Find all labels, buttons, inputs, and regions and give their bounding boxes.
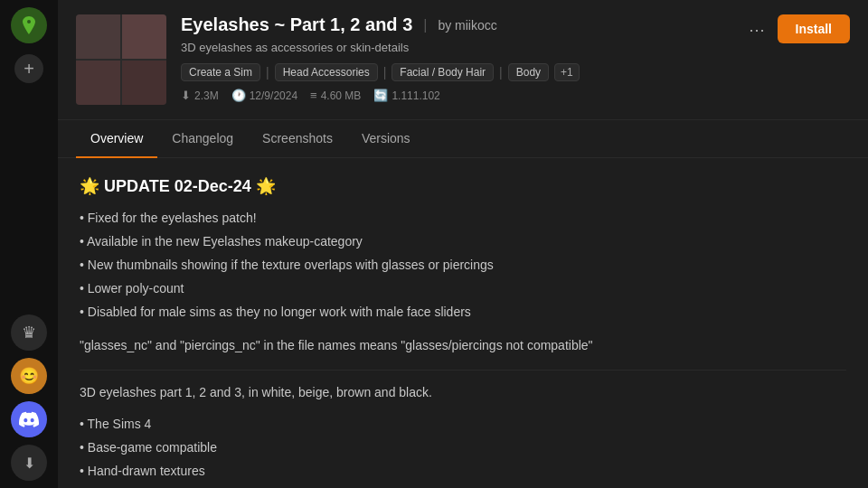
add-button[interactable]: +	[14, 54, 43, 83]
version-value: 1.111.102	[392, 89, 439, 102]
version-icon: 🔄	[373, 89, 388, 102]
feature-bullets: The Sims 4 Base-game compatible Hand-dra…	[80, 415, 846, 481]
tag-create-a-sim[interactable]: Create a Sim	[181, 63, 260, 81]
discord-icon[interactable]	[11, 401, 47, 437]
stat-size: ≡ 4.60 MB	[310, 89, 361, 102]
tabs: Overview Changelog Screenshots Versions	[58, 120, 868, 158]
update-title: 🌟 UPDATE 02-Dec-24 🌟	[80, 176, 846, 196]
mod-tags: Create a Sim | Head Accessories | Facial…	[181, 63, 729, 81]
tag-sep-3: |	[499, 65, 503, 80]
tag-body[interactable]: Body	[508, 63, 549, 81]
mod-title: Eyelashes ~ Part 1, 2 and 3	[181, 14, 412, 35]
tab-changelog[interactable]: Changelog	[157, 120, 248, 158]
more-options-button[interactable]: ⋯	[743, 14, 770, 45]
bullet-3: New thumbnails showing if the texture ov…	[80, 256, 846, 275]
mod-author: by miikocc	[438, 18, 496, 33]
feature-3: Hand-drawn textures	[80, 462, 846, 481]
size-value: 4.60 MB	[321, 89, 362, 102]
tab-overview[interactable]: Overview	[76, 120, 157, 158]
description-text: 3D eyelashes part 1, 2 and 3, in white, …	[80, 383, 846, 402]
install-button[interactable]: Install	[778, 14, 850, 43]
calendar-icon: 🕐	[231, 89, 246, 102]
content-divider	[80, 370, 846, 371]
feature-2: Base-game compatible	[80, 438, 846, 457]
main-content: Eyelashes ~ Part 1, 2 and 3 | by miikocc…	[58, 0, 868, 488]
download-stat-icon: ⬇	[181, 89, 191, 102]
downloads-value: 2.3M	[194, 89, 219, 102]
thumb-cell-1	[76, 14, 120, 59]
mod-description: 3D eyelashes as accessories or skin-deta…	[181, 41, 729, 54]
tab-versions[interactable]: Versions	[347, 120, 425, 158]
overview-content: 🌟 UPDATE 02-Dec-24 🌟 Fixed for the eyela…	[58, 158, 868, 488]
bullet-2: Available in the new Eyelashes makeup-ca…	[80, 232, 846, 251]
mod-thumbnail	[76, 14, 166, 105]
crown-icon[interactable]: ♛	[11, 314, 47, 351]
tag-sep-2: |	[383, 65, 387, 80]
thumb-cell-4	[122, 61, 166, 105]
tag-more[interactable]: +1	[554, 63, 580, 81]
stat-downloads: ⬇ 2.3M	[181, 89, 219, 102]
stat-version: 🔄 1.111.102	[373, 89, 439, 102]
mod-info: Eyelashes ~ Part 1, 2 and 3 | by miikocc…	[181, 14, 729, 102]
mod-separator: |	[423, 17, 427, 33]
update-bullets: Fixed for the eyelashes patch! Available…	[80, 209, 846, 322]
thumb-cell-2	[122, 14, 166, 59]
size-icon: ≡	[310, 89, 317, 102]
app-logo[interactable]	[11, 7, 47, 43]
mod-actions: ⋯ Install	[743, 14, 850, 45]
bullet-4: Lower poly-count	[80, 279, 846, 298]
feature-1: The Sims 4	[80, 415, 846, 434]
tag-sep-1: |	[266, 65, 269, 80]
mod-stats: ⬇ 2.3M 🕐 12/9/2024 ≡ 4.60 MB 🔄 1.111.102	[181, 89, 729, 102]
download-icon[interactable]: ⬇	[11, 445, 47, 481]
avatar-icon[interactable]: 😊	[11, 358, 47, 394]
bullet-5: Disabled for male sims as they no longer…	[80, 303, 846, 322]
mod-header: Eyelashes ~ Part 1, 2 and 3 | by miikocc…	[58, 0, 868, 120]
tag-facial-body-hair[interactable]: Facial / Body Hair	[392, 63, 494, 81]
sidebar: + ♛ 😊 ⬇	[0, 0, 58, 488]
date-value: 12/9/2024	[250, 89, 297, 102]
thumb-cell-3	[76, 61, 120, 105]
note-text: "glasses_nc" and "piercings_nc" in the f…	[80, 336, 846, 355]
tag-head-accessories[interactable]: Head Accessories	[275, 63, 378, 81]
bullet-1: Fixed for the eyelashes patch!	[80, 209, 846, 228]
mod-title-row: Eyelashes ~ Part 1, 2 and 3 | by miikocc	[181, 14, 729, 35]
stat-date: 🕐 12/9/2024	[231, 89, 297, 102]
tab-screenshots[interactable]: Screenshots	[248, 120, 347, 158]
